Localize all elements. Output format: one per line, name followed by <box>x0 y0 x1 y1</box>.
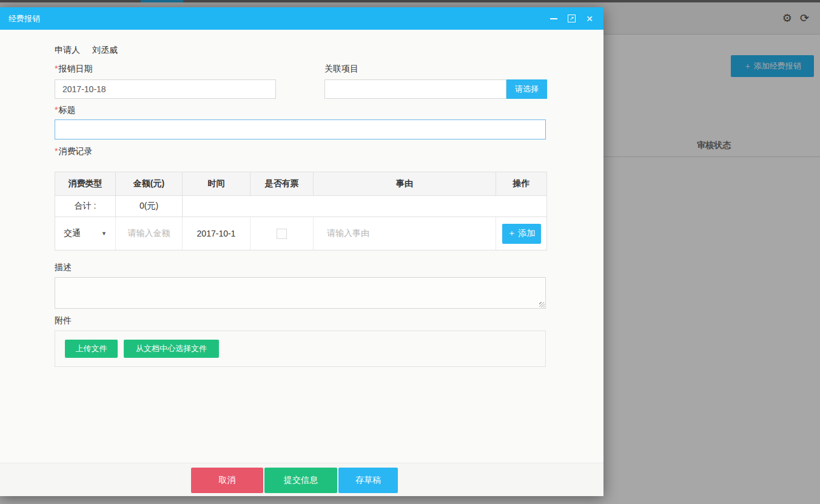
project-select-button[interactable]: 请选择 <box>506 79 547 99</box>
attachment-label: 附件 <box>55 315 72 326</box>
date-label: *报销日期 <box>55 64 92 75</box>
window-controls: ↗ ✕ <box>550 15 603 23</box>
expense-reimbursement-modal: 经费报销 ↗ ✕ 申请人刘丞威 *报销日期 关联项目 请选择 *标题 *消费记录 <box>0 7 603 496</box>
modal-body: 申请人刘丞威 *报销日期 关联项目 请选择 *标题 *消费记录 消费类型 金额(… <box>0 30 603 463</box>
caret-down-icon: ▼ <box>101 230 107 237</box>
applicant-label: 申请人 <box>55 45 80 55</box>
project-input[interactable] <box>324 79 506 99</box>
modal-footer: 取消 提交信息 存草稿 <box>0 463 603 496</box>
description-wrap <box>55 277 546 309</box>
description-label: 描述 <box>55 262 72 273</box>
attachment-box: 上传文件 从文档中心选择文件 <box>55 331 546 367</box>
title-label-text: 标题 <box>58 105 75 115</box>
total-label: 合计 : <box>55 196 116 217</box>
close-icon[interactable]: ✕ <box>586 15 593 23</box>
save-draft-button[interactable]: 存草稿 <box>338 468 398 493</box>
modal-header: 经费报销 ↗ ✕ <box>0 7 603 30</box>
header-has-ticket: 是否有票 <box>250 172 314 195</box>
type-select-value: 交通 <box>64 228 81 239</box>
description-textarea[interactable] <box>55 277 546 309</box>
header-operation: 操作 <box>496 172 546 195</box>
submit-button[interactable]: 提交信息 <box>264 468 337 493</box>
project-label-text: 关联项目 <box>324 64 358 73</box>
total-empty-cell <box>183 196 546 217</box>
records-label-text: 消费记录 <box>58 146 92 156</box>
amount-input[interactable]: 请输入金额 <box>116 217 183 250</box>
date-input[interactable] <box>55 79 276 99</box>
required-mark: * <box>55 146 58 156</box>
operation-cell: ＋ 添加 <box>496 217 546 250</box>
applicant-name: 刘丞威 <box>92 45 118 55</box>
project-label: 关联项目 <box>324 64 358 75</box>
reason-input[interactable]: 请输入事由 <box>314 217 496 250</box>
select-from-doc-center-button[interactable]: 从文档中心选择文件 <box>124 340 219 358</box>
header-amount: 金额(元) <box>116 172 183 195</box>
minimize-icon[interactable] <box>550 18 557 19</box>
header-reason: 事由 <box>314 172 496 195</box>
table-header-row: 消费类型 金额(元) 时间 是否有票 事由 操作 <box>55 172 546 196</box>
add-record-button[interactable]: ＋ 添加 <box>502 224 541 244</box>
cancel-button[interactable]: 取消 <box>191 468 263 493</box>
title-label: *标题 <box>55 105 75 116</box>
time-input[interactable]: 2017-10-1 <box>183 217 250 250</box>
date-label-text: 报销日期 <box>58 64 92 73</box>
header-time: 时间 <box>183 172 250 195</box>
has-ticket-cell <box>250 217 314 250</box>
record-input-row: 交通 ▼ 请输入金额 2017-10-1 请输入事由 ＋ 添加 <box>55 217 546 250</box>
total-value: 0(元) <box>116 196 183 217</box>
title-input[interactable] <box>55 119 546 139</box>
total-row: 合计 : 0(元) <box>55 196 546 217</box>
type-select[interactable]: 交通 ▼ <box>55 217 116 250</box>
header-type: 消费类型 <box>55 172 116 195</box>
has-ticket-checkbox[interactable] <box>277 229 287 239</box>
maximize-icon[interactable]: ↗ <box>568 15 576 22</box>
required-mark: * <box>55 64 58 73</box>
records-label: *消费记录 <box>55 146 92 157</box>
consumption-records-table: 消费类型 金额(元) 时间 是否有票 事由 操作 合计 : 0(元) 交通 ▼ … <box>55 172 547 250</box>
applicant-row: 申请人刘丞威 <box>55 45 118 56</box>
required-mark: * <box>55 105 58 115</box>
upload-file-button[interactable]: 上传文件 <box>65 340 118 358</box>
modal-title: 经费报销 <box>8 13 40 24</box>
